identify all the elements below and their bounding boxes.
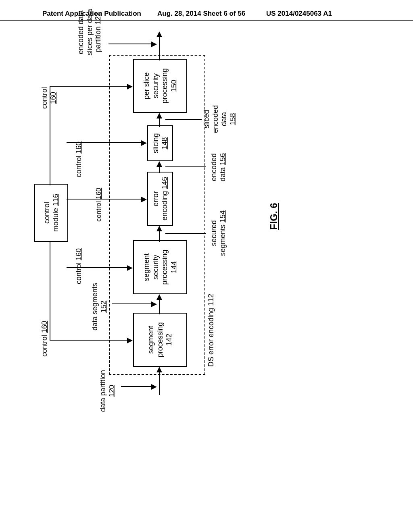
- figure-caption: FIG. 6: [268, 203, 280, 230]
- arrow-in-leader-head: [151, 384, 157, 390]
- ctrl-head-4: [141, 140, 147, 146]
- out-leader-head: [151, 42, 157, 47]
- arrow-out-head: [156, 31, 162, 37]
- ctrl-lbl-3: control 160: [95, 188, 103, 222]
- ctrl-head-5: [127, 84, 133, 89]
- arrow-3-head: [156, 161, 162, 167]
- error-encoding-box: error encoding 146: [147, 172, 173, 226]
- per-slice-security-box: per slice security processing 150: [133, 59, 187, 113]
- arrow-4-head: [156, 113, 162, 118]
- arrow-1-head: [156, 294, 162, 300]
- ds-error-encoding-label: DS error encoding 112: [207, 294, 216, 367]
- arrow-in-leader: [121, 386, 153, 387]
- ctrl-lbl-5: control 160: [40, 87, 58, 109]
- arrow-2-head: [156, 226, 162, 231]
- encoded-data-label: encoded data 156: [210, 153, 227, 181]
- control-module-ref: 116: [52, 194, 60, 206]
- ctrl-b3: [67, 199, 142, 200]
- arrow-in: [159, 372, 160, 395]
- arrow-out: [159, 36, 160, 60]
- ds-leader: [112, 303, 152, 304]
- ctrl-trunk-top: [50, 242, 50, 341]
- ctrl-lbl-4: control 160: [75, 141, 83, 177]
- ctrl-head-3: [141, 197, 147, 202]
- control-module-box: control module 116: [34, 184, 68, 242]
- encoded-slices-label: encoded data slices per data partition 1…: [77, 0, 103, 64]
- header-center: Aug. 28, 2014 Sheet 6 of 56: [157, 10, 245, 18]
- ctrl-head-1: [127, 338, 133, 343]
- data-segments-label: data segments 152: [91, 283, 108, 330]
- header-right: US 2014/0245063 A1: [266, 10, 332, 18]
- data-partition-label: data partition 120: [99, 359, 116, 423]
- ctrl-trunk-r: [50, 86, 127, 87]
- ctrl-lbl-1: control 160: [40, 321, 49, 357]
- ctrl-head-2: [127, 265, 133, 271]
- out-leader: [108, 44, 152, 44]
- page-header: Patent Application Publication Aug. 28, …: [0, 19, 413, 21]
- ss-leader: [165, 233, 206, 234]
- slicing-box: slicing 148: [147, 125, 173, 161]
- arrow-4: [159, 118, 160, 127]
- arrow-in-head: [156, 367, 162, 372]
- segment-security-box: segment security processing 144: [133, 240, 187, 294]
- ctrl-lbl-2: control 160: [75, 248, 83, 284]
- arrow-3: [159, 166, 160, 173]
- sed-leader: [165, 119, 202, 120]
- segment-processing-box: segment processing 142: [133, 313, 187, 367]
- arrow-2: [159, 231, 160, 242]
- secured-segments-label: secured segments 154: [210, 210, 227, 256]
- sliced-encoded-data-label: sliced encoded data 158: [202, 105, 237, 133]
- diagram-container: control module 116 DS error encoding 112…: [0, 141, 397, 391]
- ctrl-trunk-l: [50, 340, 127, 341]
- arrow-1: [159, 299, 160, 314]
- ed-leader: [165, 166, 206, 167]
- ds-leader-head: [151, 301, 157, 307]
- control-module-l1: control: [43, 202, 51, 224]
- control-module-l2: module: [52, 208, 60, 232]
